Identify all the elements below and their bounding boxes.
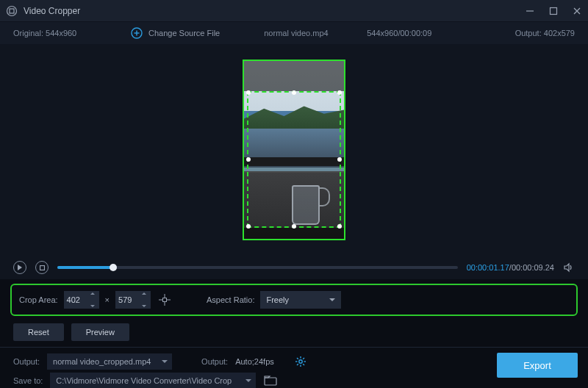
gear-icon[interactable] — [295, 356, 306, 367]
output-format-label: Output: — [201, 357, 228, 366]
crop-handle-tl[interactable] — [246, 90, 251, 95]
volume-icon[interactable] — [563, 262, 575, 273]
source-filename: normal video.mp4 — [264, 29, 367, 37]
preview-area — [0, 44, 588, 256]
crop-handle-ml[interactable] — [246, 157, 251, 162]
titlebar: Video Cropper — [0, 0, 588, 22]
crop-width-input[interactable]: 402 — [64, 291, 99, 309]
original-dims-label: Original: 544x960 — [13, 29, 131, 37]
current-time: 00:00:01.17 — [467, 263, 509, 272]
aspect-ratio-select[interactable]: Freely — [260, 291, 341, 309]
svg-rect-3 — [551, 7, 557, 14]
minimize-button[interactable] — [525, 6, 535, 16]
play-button[interactable] — [13, 261, 26, 274]
svg-point-0 — [7, 6, 17, 15]
reset-button[interactable]: Reset — [13, 323, 64, 341]
change-source-button[interactable]: Change Source File — [131, 27, 220, 39]
svg-point-17 — [299, 360, 302, 363]
crop-dim-bottom — [244, 228, 344, 239]
timecode-display: 00:00:01.17/00:00:09.24 — [467, 263, 554, 272]
video-preview[interactable] — [243, 60, 345, 240]
svg-marker-9 — [18, 265, 22, 270]
save-to-select[interactable]: C:\Vidmore\Vidmore Video Converter\Video… — [50, 373, 256, 388]
chevron-down-icon — [162, 360, 168, 363]
infobar: Original: 544x960 Change Source File nor… — [0, 22, 588, 44]
close-button[interactable] — [572, 6, 582, 16]
center-crop-button[interactable] — [157, 292, 173, 308]
crop-dim-top — [244, 61, 344, 91]
output-filename-label: Output: — [13, 357, 40, 366]
maximize-button[interactable] — [548, 6, 559, 16]
chevron-down-icon — [245, 379, 251, 382]
crop-height-input[interactable]: 579 — [115, 291, 151, 309]
timeline-slider[interactable] — [57, 266, 458, 269]
crop-handle-tm[interactable] — [292, 90, 296, 95]
crop-height-up[interactable] — [142, 292, 146, 295]
output-format-value: Auto;24fps — [235, 357, 274, 366]
source-dims-duration: 544x960/00:00:09 — [367, 29, 470, 37]
export-button[interactable]: Export — [497, 353, 578, 378]
app-icon — [6, 5, 18, 17]
svg-rect-26 — [265, 378, 276, 385]
svg-line-23 — [303, 364, 304, 365]
crop-box[interactable] — [247, 91, 341, 228]
crop-width-down[interactable] — [90, 305, 95, 307]
svg-line-24 — [303, 358, 304, 359]
svg-line-22 — [297, 358, 298, 359]
svg-marker-11 — [564, 264, 569, 271]
total-time: 00:00:09.24 — [512, 263, 554, 272]
preview-button[interactable]: Preview — [71, 323, 129, 341]
times-icon: × — [105, 295, 110, 304]
svg-rect-1 — [10, 9, 14, 13]
timeline-thumb[interactable] — [110, 264, 117, 271]
aspect-ratio-label: Aspect Ratio: — [207, 295, 254, 304]
playback-bar: 00:00:01.17/00:00:09.24 — [0, 256, 588, 279]
plus-circle-icon — [131, 27, 143, 39]
crop-height-down[interactable] — [142, 305, 146, 307]
change-source-label: Change Source File — [148, 29, 220, 37]
crop-controls-panel: Crop Area: 402 × 579 Aspect Ratio: Freel… — [10, 284, 578, 316]
output-filename-select[interactable]: normal video_cropped.mp4 — [47, 353, 172, 370]
crop-area-label: Crop Area: — [19, 295, 58, 304]
open-folder-button[interactable] — [263, 374, 278, 387]
timeline-fill — [57, 266, 113, 269]
chevron-down-icon — [329, 298, 335, 301]
stop-button[interactable] — [35, 261, 49, 274]
action-row: Reset Preview — [0, 320, 588, 344]
save-to-label: Save to: — [13, 376, 43, 385]
svg-rect-10 — [40, 265, 44, 270]
crop-width-up[interactable] — [90, 292, 95, 295]
svg-rect-16 — [163, 298, 167, 302]
window-title: Video Cropper — [24, 6, 525, 16]
output-dims-label: Output: 402x579 — [515, 29, 575, 37]
svg-line-25 — [297, 364, 298, 365]
